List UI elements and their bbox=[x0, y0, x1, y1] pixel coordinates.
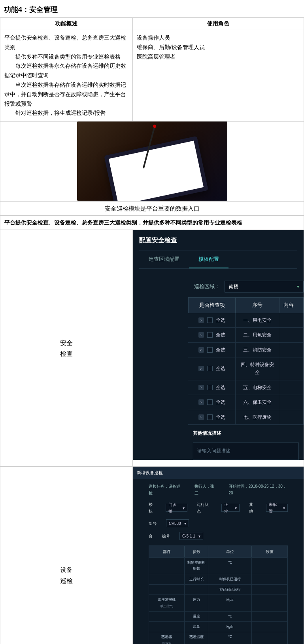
th-role: 使用角色 bbox=[133, 18, 304, 30]
overview-item: 每次巡检数据将永久存储在设备运维的历史数据记录中随时查询 bbox=[4, 61, 128, 80]
model-label: 型号 bbox=[149, 520, 157, 527]
row-no: 五、电梯安全 bbox=[236, 380, 279, 395]
row-no: 四、特种设备安全 bbox=[236, 357, 279, 380]
roles-cell: 设备操作人员维保商、后勤/设备管理人员医院高层管理者 bbox=[133, 30, 304, 122]
expand-icon[interactable]: › bbox=[198, 414, 204, 420]
overview-main: 平台提供安全检查、设备巡检、总务查房三大巡检类别 bbox=[4, 33, 128, 52]
safety-row: ›全选七、医疗废物 bbox=[188, 410, 304, 425]
device-row: 流量kg/h bbox=[149, 621, 287, 632]
overview-cell: 平台提供安全检查、设备巡检、总务查房三大巡检类别 提供多种不同设备类型的常用专业… bbox=[0, 30, 133, 122]
row-content bbox=[279, 395, 304, 409]
tablet-photo bbox=[77, 122, 227, 201]
expand-icon[interactable]: › bbox=[198, 385, 204, 390]
dth-val: 数值 bbox=[252, 546, 287, 557]
checkbox[interactable] bbox=[207, 332, 213, 338]
select-all-label: 全选 bbox=[216, 346, 225, 354]
section-label-safety: 安全检查 bbox=[0, 230, 133, 467]
expand-icon[interactable]: › bbox=[198, 399, 204, 405]
safety-row: ›全选六、保卫安全 bbox=[188, 395, 304, 410]
role-item: 医院高层管理者 bbox=[137, 52, 300, 62]
safety-app: 配置安全检查 巡查区域配置 模板配置 巡检区域： 南楼 ▾ bbox=[133, 230, 304, 460]
expand-icon[interactable]: › bbox=[198, 317, 204, 323]
safety-config-table: 是否检查项 序号 内容 ›全选一、用电安全›全选二、用氧安全›全选三、消防安全›… bbox=[188, 297, 304, 460]
safety-row: ›全选五、电梯安全 bbox=[188, 380, 304, 395]
expand-icon[interactable]: › bbox=[198, 366, 204, 371]
device-row: 秒已到已运行 bbox=[149, 584, 287, 595]
placeholder-text: 请输入问题描述 bbox=[197, 448, 230, 454]
row-no: 一、用电安全 bbox=[236, 313, 279, 327]
tab-area-config[interactable]: 巡查区域配置 bbox=[139, 251, 189, 268]
device-row: 高压发报机吸出管气压力Mpa bbox=[149, 595, 287, 611]
intro-line: 平台提供安全检查、设备巡检、总务查房三大巡检类别，并提供多种不同类型的常用专业巡… bbox=[0, 215, 304, 230]
row-content bbox=[279, 357, 304, 380]
checkbox[interactable] bbox=[207, 385, 213, 390]
extra-label: 其他 bbox=[249, 501, 257, 515]
safety-row: ›全选三、消防安全 bbox=[188, 343, 304, 357]
extra-select[interactable]: 未配置▾ bbox=[266, 504, 288, 512]
expand-icon[interactable]: › bbox=[198, 332, 204, 338]
model-select[interactable]: CV530▾ bbox=[166, 519, 189, 527]
task-label: 巡检任务： bbox=[149, 484, 168, 488]
row-content bbox=[279, 343, 304, 357]
area-value: 南楼 bbox=[229, 283, 238, 291]
row-content bbox=[279, 328, 304, 342]
safety-tabs: 巡查区域配置 模板配置 bbox=[139, 251, 297, 269]
row-no: 三、消防安全 bbox=[236, 343, 279, 357]
safety-row: ›全选二、用氧安全 bbox=[188, 328, 304, 342]
unit-select[interactable]: C-5 1 1▾ bbox=[179, 532, 203, 540]
overview-table: 功能概述 使用角色 平台提供安全检查、设备巡检、总务查房三大巡检类别 提供多种不… bbox=[0, 17, 304, 644]
device-app-title: 新增设备巡检 bbox=[133, 467, 304, 479]
th-check: 是否检查项 bbox=[188, 297, 236, 313]
area-select[interactable]: 南楼 ▾ bbox=[225, 281, 304, 293]
role-item: 维保商、后勤/设备管理人员 bbox=[137, 43, 300, 52]
th-content: 内容 bbox=[279, 297, 304, 313]
device-table: 部件 参数 单位 数值 制冷空调机组数℃进行时长时停机已运行秒已到已运行高压发报… bbox=[149, 545, 288, 644]
select-all-label: 全选 bbox=[216, 365, 225, 372]
select-all-label: 全选 bbox=[216, 398, 225, 406]
expand-icon[interactable]: › bbox=[198, 347, 204, 353]
role-item: 设备操作人员 bbox=[137, 33, 300, 43]
unit-label: 台 bbox=[149, 533, 153, 540]
doc-title: 功能4：安全管理 bbox=[0, 0, 304, 17]
safety-app-title: 配置安全检查 bbox=[133, 230, 304, 250]
checkbox[interactable] bbox=[207, 347, 213, 353]
time-label: 开始时间： bbox=[229, 484, 249, 488]
device-app: 新增设备巡检 巡检任务：设备巡检 执行人：张三 开始时间：2018-08-25 … bbox=[133, 467, 304, 644]
device-row: 进行时长时停机已运行 bbox=[149, 574, 287, 584]
checkbox[interactable] bbox=[207, 366, 213, 371]
photo-caption: 安全巡检模块是平台重要的数据入口 bbox=[0, 202, 304, 216]
chevron-down-icon: ▾ bbox=[297, 283, 299, 291]
row-content bbox=[279, 380, 304, 395]
row-no: 二、用氧安全 bbox=[236, 328, 279, 342]
overview-item: 针对巡检数据，将生成巡检记录/报告 bbox=[4, 108, 128, 118]
photo-cell bbox=[0, 122, 304, 202]
unit-sub-label: 编号 bbox=[162, 533, 170, 540]
other-desc-title: 其他情况描述 bbox=[188, 425, 304, 441]
th-overview: 功能概述 bbox=[0, 18, 133, 30]
checkbox[interactable] bbox=[207, 399, 213, 405]
building-label: 楼栋 bbox=[149, 501, 156, 515]
status-label: 运行状态 bbox=[197, 501, 212, 515]
tablet-device bbox=[104, 136, 208, 201]
safety-row: ›全选四、特种设备安全 bbox=[188, 357, 304, 380]
dth-part: 部件 bbox=[149, 546, 185, 557]
select-all-label: 全选 bbox=[216, 384, 225, 391]
status-select[interactable]: 正常▾ bbox=[221, 504, 240, 512]
device-row: 制冷空调机组数℃ bbox=[149, 557, 287, 574]
row-content bbox=[279, 313, 304, 327]
device-row: 蒸发器冷冻水蒸发温度℃ bbox=[149, 632, 287, 644]
other-desc-input[interactable]: 请输入问题描述 bbox=[193, 443, 299, 460]
dth-param: 参数 bbox=[185, 546, 208, 557]
building-select[interactable]: 门诊楼▾ bbox=[166, 504, 187, 512]
dth-unit: 单位 bbox=[208, 546, 252, 557]
checkbox[interactable] bbox=[207, 317, 213, 323]
device-row: 温度℃ bbox=[149, 611, 287, 621]
tab-template-config[interactable]: 模板配置 bbox=[189, 251, 228, 268]
overview-item: 当次巡检数据将存储在设备运维的实时数据记录中，并自动判断是否存在故障或隐患，产生… bbox=[4, 80, 128, 108]
area-label: 巡检区域： bbox=[188, 282, 220, 291]
row-content bbox=[279, 410, 304, 424]
person-label: 执行人： bbox=[194, 484, 210, 488]
checkbox[interactable] bbox=[207, 414, 213, 420]
section-label-device: 设备巡检 bbox=[0, 467, 133, 644]
row-no: 七、医疗废物 bbox=[236, 410, 279, 424]
